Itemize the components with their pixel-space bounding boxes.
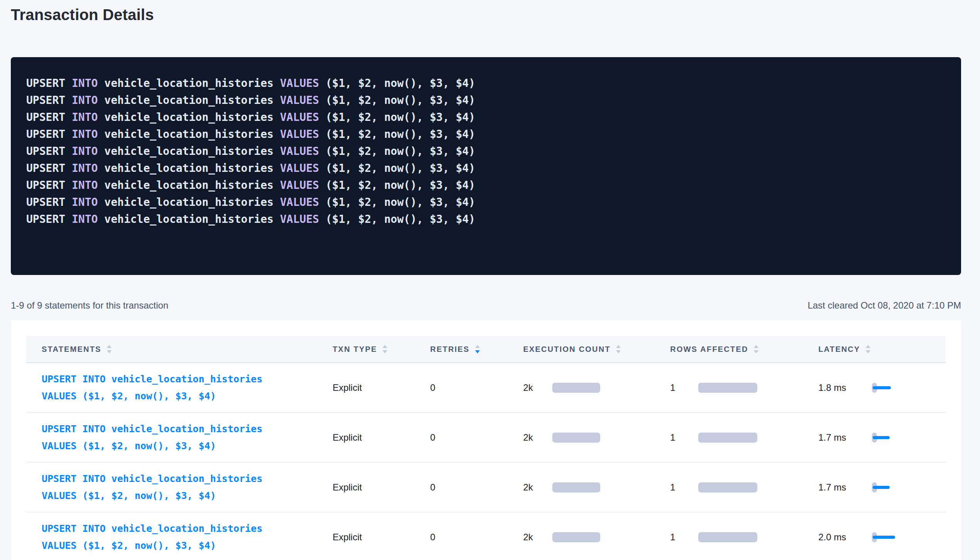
sort-desc-icon[interactable] bbox=[754, 350, 758, 353]
sort-desc-icon[interactable] bbox=[866, 350, 870, 353]
sql-keyword-values: VALUES bbox=[280, 213, 325, 226]
column-header-txn-type[interactable]: TXN TYPE bbox=[333, 345, 430, 354]
sql-statement-line: UPSERT INTO vehicle_location_histories V… bbox=[26, 109, 946, 126]
sql-token-table: vehicle_location_histories bbox=[104, 162, 280, 175]
sort-asc-icon[interactable] bbox=[754, 345, 758, 348]
latency-mean-bar bbox=[873, 486, 890, 489]
sql-token-upsert: UPSERT bbox=[26, 162, 72, 175]
sql-keyword-into: INTO bbox=[72, 179, 104, 192]
sort-asc-icon[interactable] bbox=[616, 345, 621, 348]
txn-type-cell: Explicit bbox=[333, 432, 430, 443]
sort-desc-icon-active[interactable] bbox=[475, 350, 480, 353]
sort-icon[interactable] bbox=[383, 345, 387, 353]
last-cleared-text: Last cleared Oct 08, 2020 at 7:10 PM bbox=[807, 300, 961, 311]
sort-desc-icon[interactable] bbox=[107, 350, 112, 353]
sort-desc-icon[interactable] bbox=[616, 350, 621, 353]
rows-affected-bar bbox=[698, 532, 757, 542]
sql-token-table: vehicle_location_histories bbox=[104, 196, 280, 209]
sql-token-args: ($1, $2, now(), $3, $4) bbox=[325, 128, 475, 141]
statement-cell: UPSERT INTO vehicle_location_histories V… bbox=[26, 371, 333, 405]
sql-token-upsert: UPSERT bbox=[26, 128, 72, 141]
latency-mean-bar bbox=[873, 436, 890, 439]
retries-cell: 0 bbox=[430, 532, 523, 543]
rows-affected-value: 1 bbox=[670, 532, 698, 543]
sql-keyword-into: INTO bbox=[72, 213, 104, 226]
sort-asc-icon[interactable] bbox=[383, 345, 387, 348]
sql-keyword-values: VALUES bbox=[280, 196, 325, 209]
column-header-statements[interactable]: STATEMENTS bbox=[26, 345, 333, 354]
statement-link-line2[interactable]: VALUES ($1, $2, now(), $3, $4) bbox=[42, 438, 333, 455]
sql-token-upsert: UPSERT bbox=[26, 77, 72, 90]
rows-affected-cell: 1 bbox=[670, 482, 818, 493]
execution-count-value: 2k bbox=[523, 382, 552, 393]
column-header-label: ROWS AFFECTED bbox=[670, 345, 748, 354]
statement-row: UPSERT INTO vehicle_location_histories V… bbox=[26, 512, 946, 560]
sql-keyword-values: VALUES bbox=[280, 94, 325, 107]
latency-value: 1.8 ms bbox=[818, 382, 872, 393]
sql-keyword-values: VALUES bbox=[280, 145, 325, 158]
sql-token-args: ($1, $2, now(), $3, $4) bbox=[325, 111, 475, 124]
sql-token-table: vehicle_location_histories bbox=[104, 94, 280, 107]
statement-link-line2[interactable]: VALUES ($1, $2, now(), $3, $4) bbox=[42, 537, 333, 554]
latency-value: 1.7 ms bbox=[818, 482, 872, 493]
execution-count-cell: 2k bbox=[523, 532, 670, 543]
statement-link-line1[interactable]: UPSERT INTO vehicle_location_histories bbox=[42, 421, 333, 438]
statements-count-text: 1-9 of 9 statements for this transaction bbox=[11, 300, 168, 311]
sql-keyword-into: INTO bbox=[72, 162, 104, 175]
column-header-label: LATENCY bbox=[818, 345, 860, 354]
sql-keyword-into: INTO bbox=[72, 111, 104, 124]
sql-statement-line: UPSERT INTO vehicle_location_histories V… bbox=[26, 75, 946, 92]
execution-count-bar bbox=[552, 433, 600, 443]
sort-icon[interactable] bbox=[475, 345, 480, 353]
column-header-retries[interactable]: RETRIES bbox=[430, 345, 523, 354]
execution-count-bar bbox=[552, 383, 600, 393]
statement-link-line1[interactable]: UPSERT INTO vehicle_location_histories bbox=[42, 520, 333, 537]
latency-value: 2.0 ms bbox=[818, 532, 872, 543]
sort-icon[interactable] bbox=[754, 345, 758, 353]
sql-keyword-values: VALUES bbox=[280, 111, 325, 124]
retries-cell: 0 bbox=[430, 482, 523, 493]
sql-keyword-values: VALUES bbox=[280, 128, 325, 141]
sql-token-table: vehicle_location_histories bbox=[104, 128, 280, 141]
txn-type-cell: Explicit bbox=[333, 482, 430, 493]
sort-icon[interactable] bbox=[107, 345, 112, 353]
sort-icon[interactable] bbox=[616, 345, 621, 353]
sql-statement-line: UPSERT INTO vehicle_location_histories V… bbox=[26, 126, 946, 143]
rows-affected-bar bbox=[698, 383, 757, 393]
column-header-rows-affected[interactable]: ROWS AFFECTED bbox=[670, 345, 818, 354]
sql-statement-line: UPSERT INTO vehicle_location_histories V… bbox=[26, 143, 946, 160]
latency-mean-bar bbox=[873, 536, 895, 539]
txn-type-cell: Explicit bbox=[333, 382, 430, 393]
sql-token-upsert: UPSERT bbox=[26, 213, 72, 226]
rows-affected-bar bbox=[698, 433, 757, 443]
column-header-label: EXECUTION COUNT bbox=[523, 345, 610, 354]
table-header-row: STATEMENTS TXN TYPE RETRIES EXECUTION CO… bbox=[26, 336, 946, 363]
latency-cell: 1.8 ms bbox=[818, 382, 946, 393]
latency-bar-chart bbox=[872, 433, 899, 443]
column-header-latency[interactable]: LATENCY bbox=[818, 345, 946, 354]
retries-cell: 0 bbox=[430, 382, 523, 393]
statement-link-line1[interactable]: UPSERT INTO vehicle_location_histories bbox=[42, 470, 333, 487]
statement-link-line2[interactable]: VALUES ($1, $2, now(), $3, $4) bbox=[42, 388, 333, 405]
sql-statements-box: UPSERT INTO vehicle_location_histories V… bbox=[11, 57, 961, 275]
sort-desc-icon[interactable] bbox=[383, 350, 387, 353]
sql-keyword-into: INTO bbox=[72, 145, 104, 158]
sort-asc-icon[interactable] bbox=[866, 345, 870, 348]
sort-asc-icon[interactable] bbox=[107, 345, 112, 348]
sql-token-table: vehicle_location_histories bbox=[104, 213, 280, 226]
latency-cell: 1.7 ms bbox=[818, 432, 946, 443]
column-header-execution-count[interactable]: EXECUTION COUNT bbox=[523, 345, 670, 354]
sql-token-args: ($1, $2, now(), $3, $4) bbox=[325, 179, 475, 192]
execution-count-value: 2k bbox=[523, 482, 552, 493]
statement-link-line1[interactable]: UPSERT INTO vehicle_location_histories bbox=[42, 371, 333, 388]
summary-bar: 1-9 of 9 statements for this transaction… bbox=[11, 300, 961, 311]
transaction-details-page: Transaction Details UPSERT INTO vehicle_… bbox=[11, 0, 961, 560]
statements-table-card: STATEMENTS TXN TYPE RETRIES EXECUTION CO… bbox=[11, 320, 961, 560]
execution-count-cell: 2k bbox=[523, 482, 670, 493]
sql-token-args: ($1, $2, now(), $3, $4) bbox=[325, 162, 475, 175]
sort-asc-icon[interactable] bbox=[475, 345, 480, 348]
statement-link-line2[interactable]: VALUES ($1, $2, now(), $3, $4) bbox=[42, 487, 333, 504]
latency-bar-chart bbox=[872, 383, 899, 393]
sql-token-upsert: UPSERT bbox=[26, 94, 72, 107]
sort-icon[interactable] bbox=[866, 345, 870, 353]
